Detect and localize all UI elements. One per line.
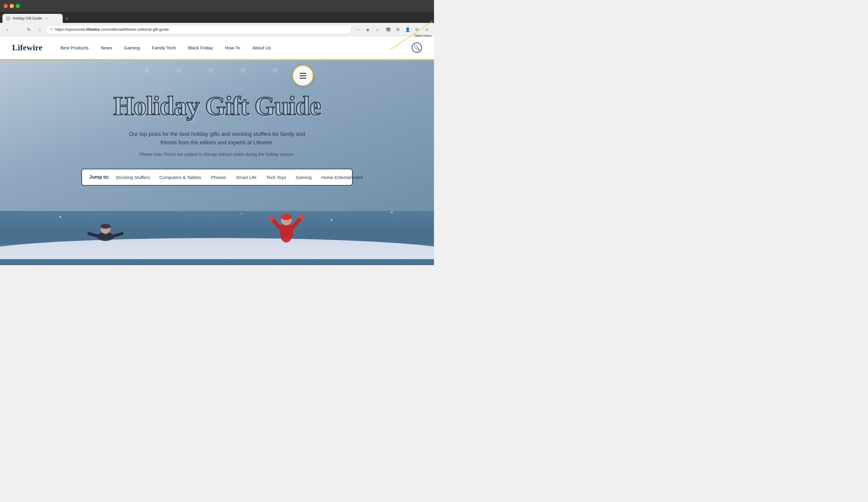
svg-rect-3 — [0, 250, 434, 259]
jump-phones[interactable]: Phones — [211, 175, 226, 180]
jump-home-entertainment[interactable]: Home Entertainment — [321, 175, 363, 180]
forward-button[interactable]: › — [14, 25, 22, 34]
pocket-button[interactable]: ◈ — [363, 25, 372, 34]
security-shield-icon: 🛡 — [50, 28, 53, 32]
tab-title: Holiday Gift Guide — [13, 16, 42, 21]
bookmark-button[interactable]: ☆ — [373, 25, 382, 34]
svg-point-18 — [331, 219, 332, 221]
tab-favicon — [6, 16, 10, 21]
svg-point-15 — [299, 215, 304, 219]
search-icon: 🔍 — [413, 44, 420, 51]
traffic-lights — [3, 4, 20, 8]
refresh-button[interactable]: ↻ — [25, 25, 33, 34]
sync-button[interactable]: ⟳ — [413, 25, 421, 34]
open-menu-annotation: Open menu — [414, 34, 432, 38]
nav-how-to[interactable]: How-To — [225, 45, 240, 50]
url-display: https://sponsored.lifewire.com/editorial… — [55, 27, 169, 32]
browser-traffic-lights-bar — [0, 0, 434, 12]
search-button[interactable]: 🔍 — [412, 42, 422, 53]
jump-gaming[interactable]: Gaming — [296, 175, 312, 180]
close-window-button[interactable] — [3, 4, 8, 8]
svg-point-6 — [100, 224, 111, 229]
menu-line-2 — [300, 75, 306, 76]
menu-line-1 — [300, 73, 306, 74]
main-navigation: Best Products News Gaming Family Tech Bl… — [61, 45, 412, 50]
menu-button-overlay — [292, 65, 313, 86]
tab-bar: Holiday Gift Guide × + — [0, 12, 434, 23]
jump-tech-toys[interactable]: Tech Toys — [266, 175, 286, 180]
active-tab[interactable]: Holiday Gift Guide × — [2, 14, 63, 23]
close-tab-button[interactable]: × — [44, 16, 49, 21]
svg-point-11 — [281, 214, 292, 220]
jump-computers-tablets[interactable]: Computers & Tablets — [159, 175, 201, 180]
hero-image-area — [0, 211, 434, 265]
maximize-window-button[interactable] — [16, 4, 20, 8]
new-tab-button[interactable]: + — [63, 14, 71, 23]
back-button[interactable]: ‹ — [3, 25, 11, 34]
nav-about-us[interactable]: About Us — [252, 45, 271, 50]
nav-best-products[interactable]: Best Products — [61, 45, 89, 50]
jump-nav-items: Stocking Stuffers Computers & Tablets Ph… — [116, 175, 363, 180]
nav-gaming[interactable]: Gaming — [124, 45, 140, 50]
snow-scene-svg — [0, 211, 434, 259]
jump-stocking-stuffers[interactable]: Stocking Stuffers — [116, 175, 150, 180]
hero-note: Please note: Prices are subject to chang… — [139, 152, 294, 157]
site-logo[interactable]: Lifewire — [12, 43, 42, 52]
jump-label: Jump to: — [89, 175, 110, 180]
nav-black-friday[interactable]: Black Friday — [188, 45, 213, 50]
minimize-window-button[interactable] — [10, 4, 14, 8]
browser-menu-button[interactable]: ≡ — [423, 25, 431, 34]
home-button[interactable]: ⌂ — [35, 25, 44, 34]
profile-button[interactable]: 👤 — [403, 25, 412, 34]
nav-family-tech[interactable]: Family Tech — [152, 45, 176, 50]
jump-nav: Jump to: Stocking Stuffers Computers & T… — [81, 169, 353, 186]
jump-smart-life[interactable]: Smart Life — [236, 175, 257, 180]
site-header: Lifewire Best Products News Gaming Famil… — [0, 36, 434, 60]
svg-point-14 — [269, 216, 273, 221]
address-bar-actions: ⋯ ◈ ☆ — [354, 25, 382, 34]
bookmarks-library-button[interactable]: 📚 — [384, 25, 392, 34]
svg-point-20 — [391, 211, 393, 213]
hero-description: Our top picks for the best holiday gifts… — [124, 130, 310, 147]
browser-right-controls: 📚 ⧉ 👤 ⟳ ≡ — [384, 25, 431, 34]
hero-title: Holiday Gift Guide — [113, 92, 321, 121]
extensions-button[interactable]: ⋯ — [354, 25, 362, 34]
split-view-button[interactable]: ⧉ — [394, 25, 402, 34]
menu-line-3 — [300, 78, 306, 79]
svg-point-16 — [59, 216, 61, 218]
hamburger-icon — [300, 73, 306, 79]
hero-section: Holiday Gift Guide Our top picks for the… — [0, 60, 434, 211]
address-bar[interactable]: 🛡 https://sponsored.lifewire.com/editori… — [46, 25, 351, 34]
address-bar-row: ‹ › ↻ ⌂ 🛡 https://sponsored.lifewire.com… — [0, 23, 434, 36]
svg-point-19 — [240, 213, 242, 215]
menu-circle-button[interactable] — [292, 65, 313, 86]
nav-news[interactable]: News — [101, 45, 112, 50]
